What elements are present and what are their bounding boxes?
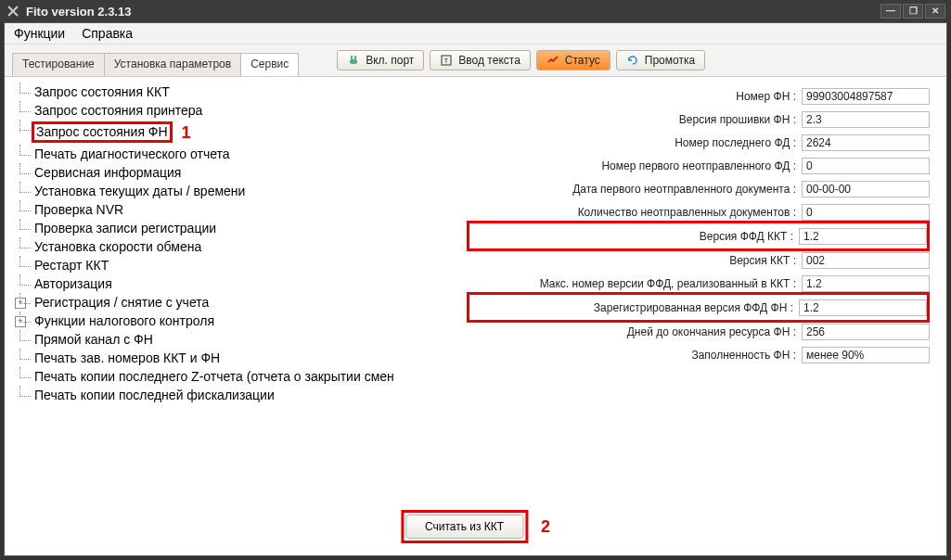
svg-rect-1 [354,56,356,59]
tab-service[interactable]: Сервис [240,53,299,76]
row-fn-number: Номер ФН :99903004897587 [467,84,930,108]
service-tree: Запрос состояния ККТ Запрос состояния пр… [14,83,456,404]
client-area: Функции Справка Тестирование Установка п… [4,22,947,556]
field-fill-level[interactable]: менее 90% [802,347,930,363]
status-button[interactable]: Статус [536,50,610,70]
svg-rect-2 [350,59,357,64]
minimize-button[interactable]: — [880,4,901,19]
field-kkt-version[interactable]: 002 [802,252,930,269]
row-fill-level: Заполненность ФН :менее 90% [467,343,930,366]
tree-item[interactable]: Запрос состояния ККТ [14,83,456,101]
tab-strip: Тестирование Установка параметров Сервис [12,45,298,76]
tree-item[interactable]: Печать копии последнего Z-отчета (отчета… [14,367,456,386]
right-panel: Номер ФН :99903004897587 Версия прошивки… [459,77,946,555]
menu-help[interactable]: Справка [78,24,136,43]
bottom-button-area: Считать из ККТ 2 [401,513,550,541]
row-reg-ffd-fn: Зарегистрированная версия ФФД ФН :1.2 [469,296,927,319]
field-fn-firmware[interactable]: 2.3 [802,111,930,128]
field-last-fd[interactable]: 2624 [802,134,930,151]
content-area: Запрос состояния ККТ Запрос состояния пр… [5,76,946,555]
read-from-kkt-button[interactable]: Считать из ККТ [405,515,523,539]
tree-item[interactable]: Установка текущих даты / времени [14,182,456,200]
app-icon [6,4,20,19]
tree-item[interactable]: Печать диагностического отчета [14,145,456,163]
row-ffd-kkt: Версия ФФД ККТ :1.2 [469,224,927,248]
menu-functions[interactable]: Функции [10,24,69,43]
highlight-read-button: Считать из ККТ [401,510,528,543]
text-input-button[interactable]: T Ввод текста [430,50,530,70]
highlight-ffd-kkt: Версия ФФД ККТ :1.2 [467,221,930,251]
tree-item-tax-control[interactable]: +Функции налогового контроля [14,312,456,330]
tree-item[interactable]: Печать копии последней фискализации [14,386,456,404]
title-bar[interactable]: Fito version 2.3.13 — ❐ ✕ [0,0,951,22]
rewind-button[interactable]: Промотка [616,50,705,70]
text-icon: T [440,54,453,67]
tree-item-registration[interactable]: +Регистрация / снятие с учета [14,293,456,312]
status-button-label: Статус [565,54,600,67]
field-max-ffd[interactable]: 1.2 [802,275,930,292]
tree-item[interactable]: Авторизация [14,274,456,293]
tree-item[interactable]: Проверка записи регистрации [14,219,456,237]
expand-icon[interactable]: + [15,298,26,309]
row-first-unsent: Номер первого неотправленного ФД :0 [467,154,930,177]
text-input-button-label: Ввод текста [458,54,520,67]
field-first-unsent-date[interactable]: 00-00-00 [802,181,930,197]
tree-item[interactable]: Установка скорости обмена [14,237,456,256]
tree-item[interactable]: Рестарт ККТ [14,256,456,274]
window-title: Fito version 2.3.13 [26,5,879,19]
field-reg-ffd-fn[interactable]: 1.2 [799,299,927,316]
svg-rect-0 [351,56,353,59]
maximize-button[interactable]: ❐ [903,4,923,19]
field-unsent-count[interactable]: 0 [802,204,930,221]
row-first-unsent-date: Дата первого неотправленного документа :… [467,177,930,200]
tree-item[interactable]: Прямой канал с ФН [14,330,456,349]
row-days-left: Дней до окончания ресурса ФН :256 [467,320,930,343]
field-days-left[interactable]: 256 [802,324,930,340]
row-fn-firmware: Версия прошивки ФН :2.3 [467,108,930,131]
highlight-reg-ffd-fn: Зарегистрированная версия ФФД ФН :1.2 [467,292,930,323]
tab-testing[interactable]: Тестирование [12,53,105,76]
port-button-label: Вкл. порт [366,54,414,67]
field-ffd-kkt[interactable]: 1.2 [799,228,927,245]
status-icon [546,54,559,67]
tree-item[interactable]: Печать зав. номеров ККТ и ФН [14,349,456,367]
rewind-button-label: Промотка [645,54,695,67]
field-fn-number[interactable]: 99903004897587 [802,88,930,105]
left-panel: Запрос состояния ККТ Запрос состояния пр… [5,77,459,555]
expand-icon[interactable]: + [15,316,26,327]
tab-params[interactable]: Установка параметров [104,53,241,76]
field-first-unsent[interactable]: 0 [802,158,930,174]
tree-item-fn-status[interactable]: Запрос состояния ФН 1 [14,120,456,145]
rewind-icon [626,54,639,67]
port-button[interactable]: Вкл. порт [337,50,424,70]
menu-bar: Функции Справка [5,23,946,45]
tree-item[interactable]: Сервисная информация [14,163,456,182]
toolbar-row: Тестирование Установка параметров Сервис… [5,45,946,76]
plug-icon [347,54,360,67]
tree-item[interactable]: Запрос состояния принтера [14,101,456,120]
callout-2: 2 [541,517,550,537]
row-kkt-version: Версия ККТ :002 [467,248,930,272]
highlight-fn-status: Запрос состояния ФН [32,121,173,143]
row-last-fd: Номер последнего ФД :2624 [467,131,930,154]
svg-text:T: T [444,57,449,65]
callout-1: 1 [182,123,191,142]
app-window: Fito version 2.3.13 — ❐ ✕ Функции Справк… [0,0,951,560]
tree-item[interactable]: Проверка NVR [14,200,456,219]
close-button[interactable]: ✕ [925,4,945,19]
